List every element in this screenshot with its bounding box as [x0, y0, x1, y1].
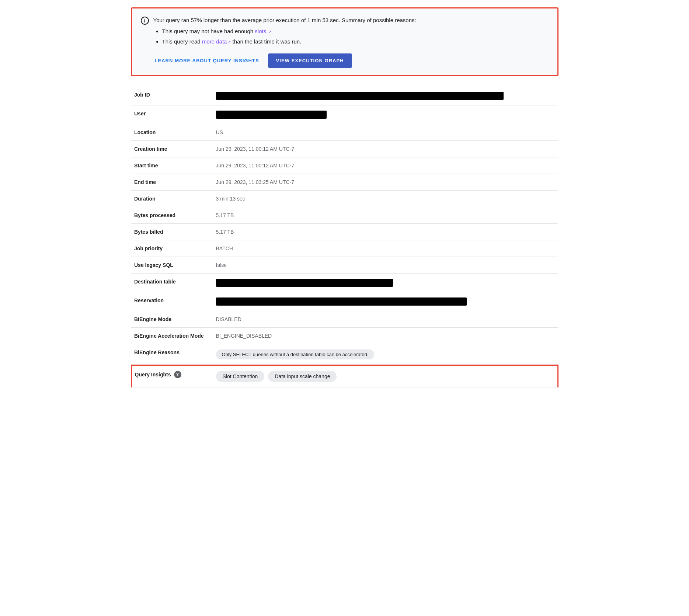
label-start-time: Start time: [131, 157, 213, 174]
alert-actions: LEARN MORE ABOUT QUERY INSIGHTS VIEW EXE…: [141, 53, 549, 68]
value-creation-time: Jun 29, 2023, 11:00:12 AM UTC-7: [213, 141, 558, 157]
label-reservation: Reservation: [131, 292, 213, 311]
job-info-table: Job ID User Location US Creation time Ju…: [131, 87, 558, 387]
label-bytes-processed: Bytes processed: [131, 207, 213, 224]
label-biengine-acceleration-mode: BiEngine Acceleration Mode: [131, 328, 213, 344]
table-row: Bytes billed 5.17 TB: [131, 224, 558, 240]
value-biengine-reasons: Only SELECT queries without a destinatio…: [213, 344, 558, 365]
value-location: US: [213, 124, 558, 141]
table-row: Location US: [131, 124, 558, 141]
alert-message: Your query ran 57% longer than the avera…: [153, 17, 416, 23]
table-row: Bytes processed 5.17 TB: [131, 207, 558, 224]
table-row: User: [131, 105, 558, 124]
info-icon: i: [141, 17, 149, 25]
biengine-reasons-pill: Only SELECT queries without a destinatio…: [216, 349, 375, 359]
table-row: Destination table: [131, 274, 558, 292]
help-icon: ?: [174, 371, 181, 378]
label-job-id: Job ID: [131, 87, 213, 105]
query-insights-label: Query Insights: [135, 372, 171, 377]
data-input-scale-change-badge[interactable]: Data input scale change: [268, 371, 337, 382]
alert-banner: i Your query ran 57% longer than the ave…: [131, 7, 558, 76]
table-row: Use legacy SQL false: [131, 257, 558, 274]
label-query-insights: Query Insights ?: [132, 366, 213, 383]
label-bytes-billed: Bytes billed: [131, 224, 213, 240]
insights-badges: Slot Contention Data input scale change: [216, 371, 554, 382]
table-row: Start time Jun 29, 2023, 11:00:12 AM UTC…: [131, 157, 558, 174]
value-destination-table: [213, 274, 558, 292]
value-query-insights: Slot Contention Data input scale change: [213, 365, 558, 387]
table-row: BiEngine Reasons Only SELECT queries wit…: [131, 344, 558, 365]
value-end-time: Jun 29, 2023, 11:03:25 AM UTC-7: [213, 174, 558, 191]
label-use-legacy-sql: Use legacy SQL: [131, 257, 213, 274]
label-biengine-mode: BiEngine Mode: [131, 311, 213, 328]
table-row: BiEngine Mode DISABLED: [131, 311, 558, 328]
table-row: End time Jun 29, 2023, 11:03:25 AM UTC-7: [131, 174, 558, 191]
table-row: Job ID: [131, 87, 558, 105]
alert-bullet-1: This query may not have had enough slots…: [162, 27, 416, 36]
value-user: [213, 105, 558, 124]
label-creation-time: Creation time: [131, 141, 213, 157]
slots-link[interactable]: slots.↗: [255, 28, 272, 34]
bullet-2-text-after: than the last time it was run.: [231, 38, 301, 45]
alert-text: Your query ran 57% longer than the avera…: [153, 16, 416, 48]
value-reservation: [213, 292, 558, 311]
table-row: Creation time Jun 29, 2023, 11:00:12 AM …: [131, 141, 558, 157]
view-execution-graph-button[interactable]: VIEW EXECUTION GRAPH: [268, 53, 352, 68]
learn-more-button[interactable]: LEARN MORE ABOUT QUERY INSIGHTS: [153, 55, 261, 66]
table-row: Reservation: [131, 292, 558, 311]
value-duration: 3 min 13 sec: [213, 191, 558, 207]
label-location: Location: [131, 124, 213, 141]
alert-bullets: This query may not have had enough slots…: [153, 27, 416, 46]
value-biengine-acceleration-mode: BI_ENGINE_DISABLED: [213, 328, 558, 344]
value-job-priority: BATCH: [213, 240, 558, 257]
label-user: User: [131, 105, 213, 124]
value-biengine-mode: DISABLED: [213, 311, 558, 328]
slot-contention-badge[interactable]: Slot Contention: [216, 371, 265, 382]
value-job-id: [213, 87, 558, 105]
value-start-time: Jun 29, 2023, 11:00:12 AM UTC-7: [213, 157, 558, 174]
bullet-1-text-before: This query may not have had enough: [162, 28, 255, 34]
table-row: BiEngine Acceleration Mode BI_ENGINE_DIS…: [131, 328, 558, 344]
table-row: Job priority BATCH: [131, 240, 558, 257]
alert-header: i Your query ran 57% longer than the ave…: [141, 16, 549, 48]
label-job-priority: Job priority: [131, 240, 213, 257]
alert-bullet-2: This query read more data↗ than the last…: [162, 37, 416, 46]
value-bytes-processed: 5.17 TB: [213, 207, 558, 224]
label-duration: Duration: [131, 191, 213, 207]
bullet-2-text-before: This query read: [162, 38, 202, 45]
more-data-link[interactable]: more data↗: [202, 38, 231, 45]
label-end-time: End time: [131, 174, 213, 191]
query-insights-row: Query Insights ? Slot Contention Data in…: [131, 365, 558, 387]
label-biengine-reasons: BiEngine Reasons: [131, 344, 213, 365]
value-bytes-billed: 5.17 TB: [213, 224, 558, 240]
table-row: Duration 3 min 13 sec: [131, 191, 558, 207]
external-link-icon: ↗: [268, 29, 272, 34]
label-destination-table: Destination table: [131, 274, 213, 292]
value-use-legacy-sql: false: [213, 257, 558, 274]
